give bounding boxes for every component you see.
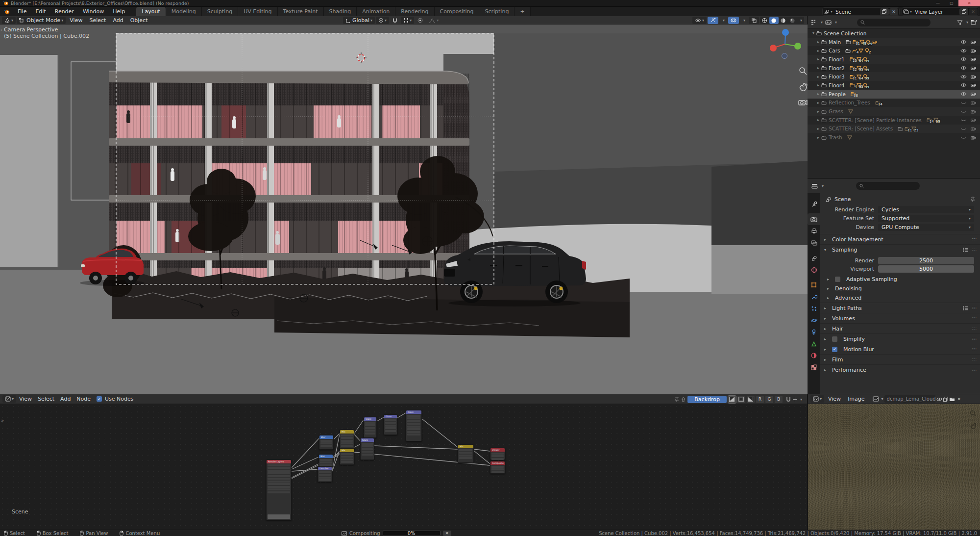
- properties-tab-texture[interactable]: [808, 361, 820, 373]
- expand-icon[interactable]: ▸: [815, 118, 821, 122]
- viewport-scene[interactable]: Camera Perspective (5) Scene Collection …: [0, 25, 808, 394]
- menu-edit[interactable]: Edit: [31, 7, 50, 16]
- node-mix-5[interactable]: Mix: [340, 448, 354, 465]
- panel-simplify[interactable]: ▸Simplify∷∷: [820, 333, 980, 344]
- samples-render-field[interactable]: 2500: [878, 257, 974, 264]
- node-title[interactable]: Composite: [490, 461, 505, 465]
- menu-file[interactable]: File: [13, 7, 31, 16]
- panel-volumes[interactable]: ▸Volumes∷∷: [820, 313, 980, 323]
- expand-icon[interactable]: ▸: [815, 101, 821, 105]
- channel-g-button[interactable]: G: [765, 396, 773, 403]
- pin-icon[interactable]: [674, 397, 679, 402]
- node-title[interactable]: Blur: [319, 435, 333, 439]
- pivot-point-selector[interactable]: ▾: [401, 17, 414, 24]
- view-layer-selector[interactable]: ▾ View Layer ✕: [902, 7, 979, 16]
- hide-viewport-icon[interactable]: [960, 118, 967, 122]
- node-title[interactable]: Glare: [384, 415, 397, 418]
- expand-icon[interactable]: ▸: [815, 40, 821, 44]
- browse-image-icon[interactable]: [873, 396, 880, 402]
- editor-type-button[interactable]: ▾: [2, 17, 16, 24]
- visibility-dropdown[interactable]: ▾: [692, 17, 707, 24]
- gizmo-neg-axis[interactable]: [782, 53, 787, 59]
- node-menu-select[interactable]: Select: [35, 396, 57, 402]
- tab-uv-editing[interactable]: UV Editing: [238, 7, 277, 16]
- properties-tab-particles[interactable]: [808, 303, 820, 314]
- overlays-toggle[interactable]: [728, 17, 739, 24]
- scene-name[interactable]: Scene: [833, 9, 880, 15]
- disable-render-icon[interactable]: [971, 109, 976, 114]
- copy-icon[interactable]: [943, 397, 948, 402]
- node-title[interactable]: Mix: [458, 445, 473, 448]
- expand-icon[interactable]: ▸: [815, 109, 821, 114]
- properties-tab-scene[interactable]: [808, 252, 820, 264]
- hide-viewport-icon[interactable]: [960, 49, 967, 53]
- hide-viewport-icon[interactable]: [960, 57, 967, 61]
- cancel-task-button[interactable]: ✕: [443, 531, 451, 536]
- properties-tab-output[interactable]: [808, 225, 820, 237]
- remove-view-layer-icon[interactable]: ✕: [969, 8, 978, 15]
- node-denoise-3[interactable]: Denoise: [318, 466, 332, 482]
- tab-sculpting[interactable]: Sculpting: [202, 7, 238, 16]
- zoom-icon[interactable]: [970, 409, 976, 418]
- properties-tab-render[interactable]: [808, 213, 820, 225]
- disable-render-icon[interactable]: [971, 118, 976, 122]
- properties-tab-view-layer[interactable]: [808, 237, 820, 249]
- node-viewer-11[interactable]: Viewer: [490, 448, 505, 460]
- outliner-row-cars[interactable]: ▸Cars42: [808, 46, 980, 55]
- expand-icon[interactable]: ▾: [810, 31, 816, 35]
- image-menu-view[interactable]: View: [825, 396, 844, 402]
- editor-type-button[interactable]: ▾: [2, 395, 16, 403]
- outliner-row-grass[interactable]: ▸Grass: [808, 107, 980, 116]
- outliner-row-floor1[interactable]: ▸Floor1156499: [808, 55, 980, 64]
- display-mode-icon[interactable]: [825, 20, 832, 25]
- node-glare-9[interactable]: Glare: [360, 438, 374, 460]
- outliner-row-main[interactable]: ▸Main314929: [808, 38, 980, 47]
- channel-color-button[interactable]: [747, 396, 755, 403]
- node-glare-7[interactable]: Glare: [384, 414, 397, 435]
- menu-help[interactable]: Help: [108, 7, 129, 16]
- node-canvas[interactable]: Scene » Render LayersBlurBlurDenoiseMixM…: [0, 404, 807, 530]
- node-composite-12[interactable]: Composite: [490, 461, 505, 474]
- outliner-row-floor4[interactable]: ▸Floor449599: [808, 81, 980, 90]
- close-button[interactable]: ✕: [958, 0, 980, 6]
- properties-editor-icon[interactable]: [811, 183, 818, 189]
- tab-shading[interactable]: Shading: [324, 7, 357, 16]
- properties-tab-material[interactable]: [808, 350, 820, 361]
- copy-icon[interactable]: [959, 8, 968, 15]
- channel-alpha-button[interactable]: [737, 396, 745, 403]
- tab-modeling[interactable]: Modeling: [166, 7, 202, 16]
- node-title[interactable]: Glare: [361, 438, 374, 442]
- gizmos-toggle[interactable]: [708, 17, 718, 24]
- move-view-icon[interactable]: [970, 423, 977, 432]
- backdrop-toggle[interactable]: Backdrop: [687, 396, 727, 403]
- outliner-search-input[interactable]: [857, 19, 931, 26]
- outliner-row-scene-collection[interactable]: ▾ Scene Collection: [808, 29, 980, 38]
- filter-icon[interactable]: [957, 20, 963, 25]
- node-title[interactable]: Mix: [340, 449, 354, 452]
- node-blur-1[interactable]: Blur: [319, 435, 334, 450]
- viewport-menu-select[interactable]: Select: [86, 17, 109, 24]
- presets-icon[interactable]: [963, 248, 968, 252]
- expand-icon[interactable]: ▸: [815, 135, 821, 140]
- outliner-row-reflection-trees[interactable]: ▸Reflection_Trees14: [808, 99, 980, 107]
- device-select[interactable]: GPU Compute▾: [878, 224, 974, 231]
- magnet-icon[interactable]: [786, 397, 791, 402]
- disable-render-icon[interactable]: [971, 75, 976, 79]
- node-title[interactable]: Mix: [340, 430, 354, 434]
- hide-viewport-icon[interactable]: [960, 92, 967, 96]
- parent-up-icon[interactable]: [681, 397, 686, 402]
- node-mix-10[interactable]: Mix: [458, 444, 474, 463]
- node-title[interactable]: Viewer: [490, 448, 505, 452]
- scene-selector[interactable]: ▾ Scene ✕: [822, 7, 900, 16]
- viewport-menu-object[interactable]: Object: [127, 17, 151, 24]
- properties-tab-modifiers[interactable]: [808, 291, 820, 303]
- node-glare-8[interactable]: Glare: [406, 410, 422, 441]
- node-title[interactable]: Blur: [319, 455, 333, 458]
- hide-viewport-icon[interactable]: [960, 109, 967, 114]
- disable-render-icon[interactable]: [971, 49, 976, 53]
- view-layer-name[interactable]: View Layer: [912, 9, 959, 15]
- unlink-image-icon[interactable]: ✕: [956, 397, 963, 402]
- snap-target-button[interactable]: ▾: [376, 17, 389, 24]
- properties-tab-constraints[interactable]: [808, 326, 820, 338]
- snap-mode-icon[interactable]: [792, 397, 798, 402]
